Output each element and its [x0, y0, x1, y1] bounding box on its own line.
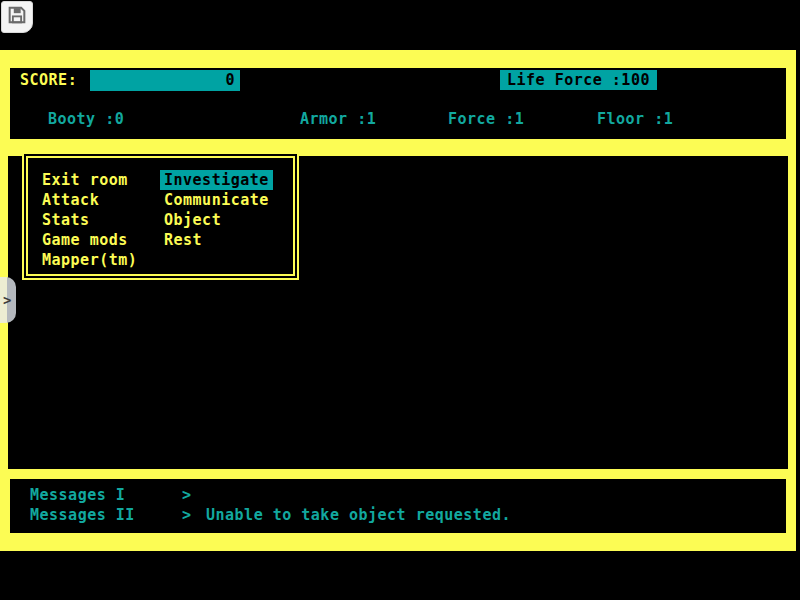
- save-button[interactable]: [1, 1, 33, 33]
- status-panel: SCORE: 0 Life Force :100 Booty :0 Armor …: [0, 50, 796, 148]
- command-menu-border: Exit room Attack Stats Game mods Mapper(…: [26, 156, 295, 276]
- menu-item-stats[interactable]: Stats: [42, 210, 137, 230]
- menu-item-investigate[interactable]: Investigate: [164, 170, 273, 190]
- messages-2-prompt: >: [182, 505, 192, 525]
- menu-column-right: Investigate Communicate Object Rest: [164, 170, 273, 250]
- menu-item-game-mods[interactable]: Game mods: [42, 230, 137, 250]
- messages-2-text: Unable to take object requested.: [206, 505, 511, 525]
- chevron-right-icon: >: [3, 292, 12, 308]
- stat-booty: Booty :0: [48, 110, 124, 128]
- menu-item-exit-room[interactable]: Exit room: [42, 170, 137, 190]
- menu-column-left: Exit room Attack Stats Game mods Mapper(…: [42, 170, 137, 270]
- sidebar-expand-tab[interactable]: >: [0, 277, 16, 323]
- menu-item-mapper[interactable]: Mapper(tm): [42, 250, 137, 270]
- score-bar: 0: [90, 70, 240, 91]
- messages-panel: Messages I > Messages II > Unable to tak…: [0, 477, 796, 551]
- menu-item-communicate[interactable]: Communicate: [164, 190, 273, 210]
- command-menu: Exit room Attack Stats Game mods Mapper(…: [22, 152, 299, 280]
- score-label: SCORE:: [20, 71, 77, 89]
- messages-panel-inner: Messages I > Messages II > Unable to tak…: [10, 479, 786, 533]
- messages-1-label: Messages I: [30, 485, 125, 505]
- stat-force: Force :1: [448, 110, 524, 128]
- life-force-value: Life Force :100: [500, 70, 657, 90]
- messages-row-2: Messages II > Unable to take object requ…: [10, 505, 786, 525]
- messages-1-prompt: >: [182, 485, 192, 505]
- status-panel-inner: SCORE: 0 Life Force :100 Booty :0 Armor …: [10, 68, 786, 139]
- stat-floor: Floor :1: [597, 110, 673, 128]
- menu-item-rest[interactable]: Rest: [164, 230, 273, 250]
- stat-armor: Armor :1: [300, 110, 376, 128]
- menu-item-attack[interactable]: Attack: [42, 190, 137, 210]
- menu-item-object[interactable]: Object: [164, 210, 273, 230]
- messages-row-1: Messages I >: [10, 485, 786, 505]
- floppy-disk-icon: [6, 4, 28, 30]
- messages-2-label: Messages II: [30, 505, 135, 525]
